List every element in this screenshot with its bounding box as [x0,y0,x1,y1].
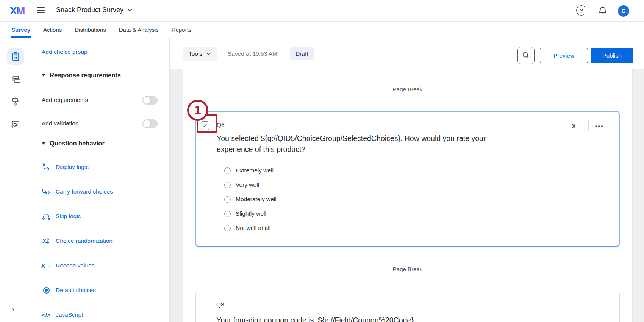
help-glyph: ? [580,7,583,14]
question-card-q8[interactable]: Q8 Your four-digit coupon code is: ${e:/… [195,292,620,322]
divider [588,120,589,131]
page-break: Page Break [195,266,620,272]
divider [30,134,169,134]
recode-icon: X→ [41,263,51,269]
add-requirements-toggle[interactable] [142,96,158,105]
code-icon: </> [42,312,50,318]
add-choice-group-link[interactable]: Add choice group [42,48,88,55]
tab-reports[interactable]: Reports [172,22,192,38]
search-button[interactable] [517,47,535,64]
radio-button[interactable] [224,211,231,217]
radio-button[interactable] [224,182,231,188]
skip-logic-icon [42,213,51,220]
search-icon [522,51,530,60]
carry-forward-icon [42,188,51,195]
editor-action-bar: Tools Saved at 10:53 AM Draft Preview Pu… [170,38,644,69]
question-text[interactable]: You selected ${q://QID5/ChoiceGroup/Sele… [217,133,508,155]
rail-look-and-feel[interactable] [7,94,24,110]
choice-row: Extremely well [224,167,274,174]
question-edit-pane: Add choice group Response requirements A… [30,38,170,322]
app-header: XM Snack Product Survey ? G [0,0,644,22]
recode-values-icon[interactable]: X→ [572,123,582,129]
radio-button[interactable] [224,196,231,203]
recode-values-link[interactable]: X→ Recode values [42,261,95,270]
javascript-link[interactable]: </> JavaScript [42,310,83,319]
avatar-initial: G [622,8,626,14]
rail-survey-builder[interactable] [7,48,24,65]
notifications-bell-icon[interactable] [598,6,608,17]
page-break: Page Break [195,86,620,92]
hamburger-menu-icon[interactable] [37,7,45,14]
chevron-down-icon [206,52,211,56]
collapse-caret-icon [42,74,45,77]
add-validation-toggle[interactable] [142,119,158,128]
look-and-feel-icon [11,97,20,107]
annotation-step-marker: 1 [187,100,208,121]
choice-randomization-link[interactable]: Choice randomization [42,236,113,245]
question-id: Q8 [216,301,224,308]
rail-survey-flow[interactable] [7,71,24,88]
builder-icon-rail: › [0,38,30,322]
expand-rail-chevron-icon[interactable]: › [11,305,14,314]
autosave-status: Saved at 10:53 AM [228,38,277,69]
section-question-behavior[interactable]: Question behavior [42,140,105,147]
xm-logo: XM [10,5,25,17]
survey-title: Snack Product Survey [56,6,123,14]
survey-canvas: Page Break ✓ Q6 X→ ••• You selected ${q:… [183,69,633,322]
display-logic-icon [42,163,51,171]
primary-nav-tabs: Survey Actions Distributions Data & Anal… [0,22,644,38]
question-id: Q6 [217,122,225,128]
radio-button[interactable] [224,225,231,231]
tab-distributions[interactable]: Distributions [75,22,106,38]
default-choice-icon [43,287,50,294]
tab-survey[interactable]: Survey [11,22,30,38]
radio-button[interactable] [224,167,231,174]
survey-title-dropdown[interactable]: Snack Product Survey [56,6,133,14]
collapse-caret-icon [42,142,45,145]
question-card-q6[interactable]: ✓ Q6 X→ ••• You selected ${q://QID5/Choi… [195,111,620,247]
choice-row: Not well at all [224,225,270,231]
tools-button[interactable]: Tools [183,47,217,61]
more-options-icon[interactable]: ••• [595,123,604,129]
survey-options-icon [11,120,20,130]
section-response-requirements[interactable]: Response requirements [42,72,121,79]
default-choices-link[interactable]: Default choices [42,286,96,295]
survey-builder-icon [11,52,20,61]
avatar[interactable]: G [618,5,629,17]
carry-forward-choices-link[interactable]: Carry forward choices [42,187,113,196]
question-card-actions: X→ ••• [572,120,604,131]
shuffle-icon [42,237,51,245]
choice-row: Moderately well [224,196,277,203]
add-validation-row: Add validation [42,119,158,128]
divider [30,65,169,65]
preview-button[interactable]: Preview [540,48,588,63]
skip-logic-link[interactable]: Skip logic [42,212,81,221]
publish-button[interactable]: Publish [591,48,633,63]
tab-data-analysis[interactable]: Data & Analysis [119,22,159,38]
add-requirements-row: Add requirements [42,95,158,105]
question-text[interactable]: Your four-digit coupon code is: ${e://Fi… [216,315,508,322]
display-logic-link[interactable]: Display logic [42,163,89,172]
help-icon[interactable]: ? [576,5,586,16]
choice-row: Very well [224,181,259,188]
choice-row: Slightly well [224,210,266,217]
tab-actions[interactable]: Actions [43,22,62,38]
status-badge: Draft [290,47,314,60]
rail-survey-options[interactable] [7,116,24,133]
survey-flow-icon [10,74,21,84]
chevron-down-icon [127,8,133,13]
editor-main-area: Tools Saved at 10:53 AM Draft Preview Pu… [170,38,644,322]
